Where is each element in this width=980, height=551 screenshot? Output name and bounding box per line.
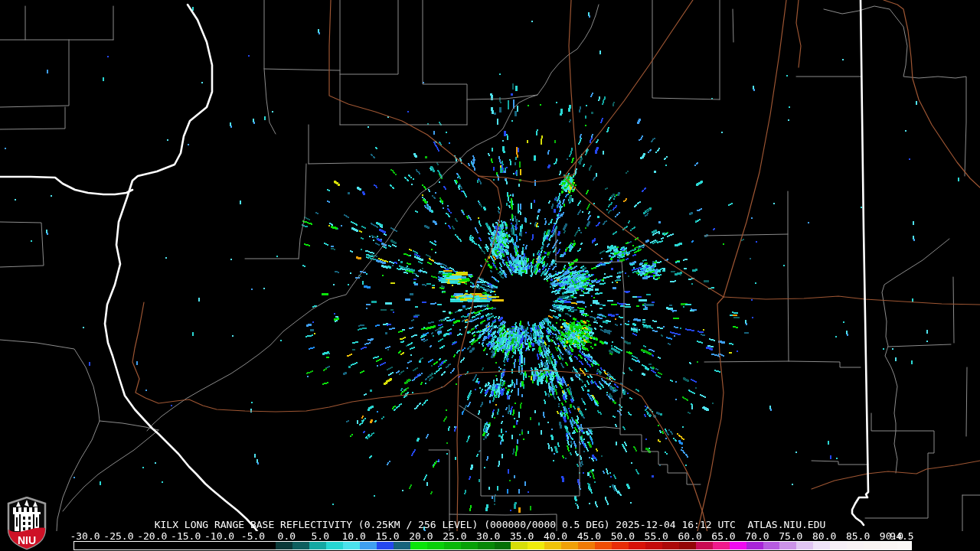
- colorbar-segment: [746, 542, 763, 549]
- colorbar-tick-label: 25.0: [443, 531, 466, 541]
- colorbar-segment: [763, 542, 780, 549]
- colorbar-segment: [578, 542, 595, 549]
- colorbar-tick-label: 50.0: [611, 531, 635, 541]
- colorbar-segment: [864, 542, 880, 549]
- reflectivity-colorbar: [74, 541, 912, 550]
- colorbar-segment: [410, 542, 427, 549]
- product-title: KILX LONG RANGE BASE REFLECTIVITY (0.25K…: [0, 520, 980, 530]
- colorbar-segment: [561, 542, 578, 549]
- colorbar-segment: [478, 542, 495, 549]
- radar-screen: KILX LONG RANGE BASE REFLECTIVITY (0.25K…: [0, 0, 980, 551]
- colorbar-segment: [528, 542, 544, 549]
- colorbar-tick-label: 80.0: [812, 531, 836, 541]
- colorbar-panel: -30.0-25.0-20.0-15.0-10.0-5.00.05.010.01…: [0, 531, 980, 551]
- colorbar-segment: [495, 542, 511, 549]
- niu-logo-text: NIU: [18, 534, 36, 546]
- castle-icon: [13, 500, 41, 533]
- colorbar-tick-label: -5.0: [241, 531, 265, 541]
- colorbar-tick-label: -15.0: [171, 531, 201, 541]
- radar-map-canvas: [0, 0, 980, 551]
- colorbar-segment: [713, 542, 730, 549]
- colorbar-segment: [377, 542, 394, 549]
- colorbar-tick-label: 65.0: [711, 531, 735, 541]
- colorbar-segment: [444, 542, 461, 549]
- colorbar-segment: [612, 542, 629, 549]
- colorbar-tick-label: 85.0: [846, 531, 870, 541]
- colorbar-tick-label: 35.0: [510, 531, 534, 541]
- colorbar-tick-label: 70.0: [745, 531, 769, 541]
- colorbar-tick-label: -10.0: [204, 531, 234, 541]
- colorbar-tick-label: 20.0: [409, 531, 433, 541]
- colorbar-segment: [679, 542, 696, 549]
- colorbar-segment: [880, 542, 897, 549]
- colorbar-tick-label: -20.0: [137, 531, 167, 541]
- colorbar-segment: [394, 542, 410, 549]
- colorbar-segment: [796, 542, 813, 549]
- colorbar-segment: [779, 542, 796, 549]
- colorbar-segment: [511, 542, 528, 549]
- colorbar-tick-label: -30.0: [70, 531, 100, 541]
- colorbar-tick-label: 94.5: [890, 531, 913, 541]
- colorbar-tick-label: 60.0: [678, 531, 701, 541]
- colorbar-segment: [730, 542, 746, 549]
- colorbar-segment: [662, 542, 679, 549]
- colorbar-tick-label: 45.0: [577, 531, 601, 541]
- colorbar-tick-label: 40.0: [544, 531, 567, 541]
- colorbar-segment: [830, 542, 847, 549]
- colorbar-tick-label: 10.0: [342, 531, 366, 541]
- colorbar-tick-label: 75.0: [779, 531, 802, 541]
- colorbar-segment: [897, 542, 911, 549]
- colorbar-tick-label: -25.0: [103, 531, 133, 541]
- colorbar-segment: [292, 542, 309, 549]
- colorbar-tick-label: 30.0: [476, 531, 500, 541]
- colorbar-segment: [427, 542, 444, 549]
- colorbar-segment: [74, 542, 276, 549]
- colorbar-tick-label: 15.0: [375, 531, 399, 541]
- colorbar-scale-labels: -30.0-25.0-20.0-15.0-10.0-5.00.05.010.01…: [0, 531, 980, 541]
- colorbar-segment: [309, 542, 326, 549]
- niu-logo: NIU: [5, 497, 48, 550]
- colorbar-segment: [326, 542, 343, 549]
- colorbar-segment: [847, 542, 864, 549]
- colorbar-tick-label: 5.0: [312, 531, 329, 541]
- colorbar-segment: [276, 542, 292, 549]
- colorbar-tick-label: 0.0: [278, 531, 296, 541]
- colorbar-segment: [813, 542, 830, 549]
- colorbar-tick-label: 55.0: [645, 531, 668, 541]
- colorbar-segment: [595, 542, 612, 549]
- colorbar-segment: [343, 542, 360, 549]
- colorbar-segment: [645, 542, 662, 549]
- colorbar-segment: [696, 542, 713, 549]
- colorbar-segment: [544, 542, 561, 549]
- colorbar-segment: [461, 542, 478, 549]
- colorbar-segment: [629, 542, 645, 549]
- colorbar-segment: [360, 542, 377, 549]
